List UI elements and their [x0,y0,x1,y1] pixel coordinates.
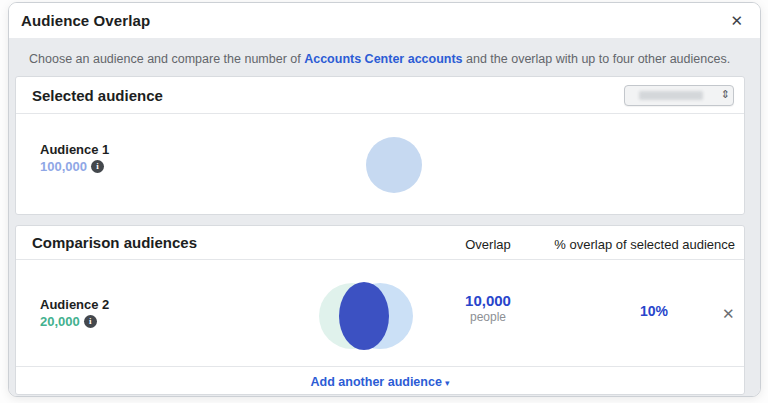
close-icon[interactable]: ✕ [728,11,745,30]
percent-column-header: % overlap of selected audience [554,237,735,252]
updown-arrows-icon: ⇕ [721,88,730,101]
selected-audience-header: Selected audience ⇕ [16,77,744,114]
audience-1-count: 100,000i [40,158,109,175]
remove-audience-icon[interactable]: ✕ [722,306,735,321]
overlap-unit: people [423,310,553,325]
info-icon[interactable]: i [91,160,104,173]
comparison-footer: Add another audience▾ [16,366,744,396]
comparison-row-audience-2: Audience 2 20,000i 10,000 people 10% ✕ [16,260,744,366]
overlap-count: 10,000 [423,292,553,310]
description-banner: Choose an audience and compare the numbe… [15,44,745,76]
add-another-audience-label: Add another audience [311,375,442,389]
overlap-percent: 10% [594,303,714,319]
accounts-center-link[interactable]: Accounts Center accounts [304,52,462,66]
audience-1-block: Audience 1 100,000i [40,142,109,175]
audience-2-count-value: 20,000 [40,313,80,330]
description-text-before: Choose an audience and compare the numbe… [29,52,304,66]
dialog-title: Audience Overlap [21,12,150,29]
audience-select-redacted-value [639,91,703,100]
audience-1-count-value: 100,000 [40,158,87,175]
selected-audience-row: Audience 1 100,000i [16,114,744,214]
overlap-value-block: 10,000 people [423,292,553,325]
selected-audience-card: Selected audience ⇕ Audience 1 100,000i [15,76,745,215]
audience-2-count: 20,000i [40,313,109,330]
screen: Audience Overlap ✕ Choose an audience an… [0,0,768,403]
comparison-title: Comparison audiences [32,234,197,251]
audience-2-block: Audience 2 20,000i [40,297,109,330]
venn-overlap-lens [339,282,389,350]
overlap-column-header: Overlap [423,237,553,252]
info-icon[interactable]: i [84,315,97,328]
description-text-after: and the overlap with up to four other au… [463,52,731,66]
audience-2-label: Audience 2 [40,297,109,313]
selected-audience-title: Selected audience [32,87,163,104]
add-another-audience-button[interactable]: Add another audience▾ [311,375,450,389]
dialog-body: Choose an audience and compare the numbe… [9,38,760,397]
audience-select[interactable]: ⇕ [624,85,734,106]
comparison-audiences-card: Comparison audiences Overlap % overlap o… [15,225,745,395]
audience-1-label: Audience 1 [40,142,109,158]
audience-1-circle [366,137,422,193]
comparison-header-row: Comparison audiences Overlap % overlap o… [16,226,744,260]
dialog-header: Audience Overlap ✕ [9,3,760,38]
audience-overlap-dialog: Audience Overlap ✕ Choose an audience an… [8,2,761,397]
chevron-down-icon: ▾ [445,378,450,388]
